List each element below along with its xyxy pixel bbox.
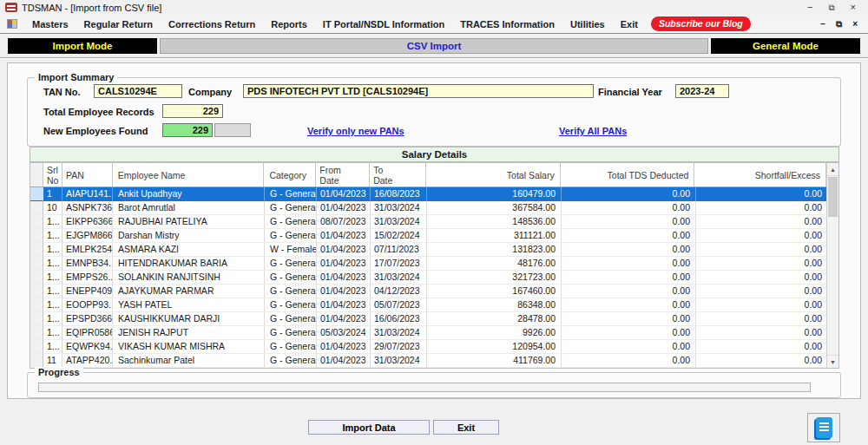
cell-category: W - Female <box>265 243 317 257</box>
row-selector[interactable] <box>30 271 43 285</box>
table-row[interactable]: 1... EMLPK254... ASMARA KAZI W - Female … <box>30 243 838 257</box>
tab-csv-import[interactable]: CSV Import <box>160 38 708 54</box>
table-row[interactable]: 1... ENEPP409... AJAYKUMAR PARMAR G - Ge… <box>30 285 838 298</box>
menu-it-portal-nsdl[interactable]: IT Portal/NSDL Information <box>315 16 452 32</box>
cell-srl: 1... <box>43 298 62 312</box>
company-input[interactable]: PDS INFOTECH PVT LTD [CALS10294E] <box>243 84 594 98</box>
child-window-controls: − ⧉ × <box>820 20 863 29</box>
cell-to-date: 31/03/2024 <box>371 271 427 285</box>
table-row[interactable]: 1... EQIPR0586L JENISH RAJPUT G - Genera… <box>30 326 838 340</box>
cell-total-salary: 321723.00 <box>427 271 562 285</box>
cell-to-date: 29/07/2023 <box>371 340 427 354</box>
verify-all-pans-link[interactable]: Verify All PANs <box>559 126 627 136</box>
header-to-date[interactable]: To Date <box>370 163 426 187</box>
tan-input[interactable]: CALS10294E <box>94 84 182 98</box>
cell-total-tds: 0.00 <box>562 187 696 201</box>
header-from-date[interactable]: From Date <box>316 163 370 187</box>
child-restore-icon[interactable]: ⧉ <box>836 20 842 29</box>
help-notes-button[interactable] <box>807 413 840 442</box>
cell-from-date: 01/04/2023 <box>317 243 371 257</box>
table-row[interactable]: 1... EOOPP93... YASH PATEL G - General 0… <box>30 298 838 312</box>
header-srl-no[interactable]: Srl No <box>43 163 62 187</box>
menu-utilities[interactable]: Utilities <box>562 16 613 32</box>
cell-shortfall: 0.00 <box>696 285 828 298</box>
table-row[interactable]: 10 ASNPK736... Barot Amrutlal G - Genera… <box>30 201 838 215</box>
table-row[interactable]: 1... EMPPS26... SOLANKIN RANJITSINH G - … <box>30 271 838 285</box>
tab-import-mode[interactable]: Import Mode <box>8 38 157 54</box>
row-selector[interactable] <box>30 257 43 271</box>
row-selector[interactable] <box>30 229 43 243</box>
cell-from-date: 01/04/2023 <box>317 298 371 312</box>
cell-total-salary: 148536.00 <box>427 215 562 229</box>
header-total-salary[interactable]: Total Salary <box>426 163 561 187</box>
child-minimize-icon[interactable]: − <box>820 20 825 29</box>
scroll-down-icon[interactable]: ▼ <box>827 355 838 368</box>
row-selector[interactable] <box>30 312 43 326</box>
cell-total-tds: 0.00 <box>562 215 696 229</box>
progress-title: Progress <box>35 367 83 377</box>
cell-from-date: 01/04/2023 <box>317 271 371 285</box>
cell-pan: EQWPK94... <box>62 340 113 354</box>
menu-traces[interactable]: TRACES Information <box>452 16 562 32</box>
header-shortfall[interactable]: Shortfall/Excess <box>694 163 826 187</box>
cell-shortfall: 0.00 <box>696 354 828 368</box>
cell-srl: 1 <box>43 187 62 201</box>
table-row[interactable]: 1 AIAPU141... Ankit Upadhyay G - General… <box>30 187 838 201</box>
menu-corrections-return[interactable]: Corrections Return <box>161 16 263 32</box>
row-selector[interactable] <box>30 201 43 215</box>
row-selector[interactable] <box>30 187 43 201</box>
cell-from-date: 01/04/2023 <box>317 285 371 298</box>
scrollbar-thumb[interactable] <box>828 177 838 217</box>
verify-new-pans-link[interactable]: Verify only new PANs <box>307 126 404 136</box>
new-employees-extra-box <box>214 123 251 137</box>
table-row[interactable]: 1... EIKPP6366J RAJUBHAI PATELIYA G - Ge… <box>30 215 838 229</box>
row-selector[interactable] <box>30 243 43 257</box>
tab-general-mode[interactable]: General Mode <box>711 38 860 54</box>
header-total-tds[interactable]: Total TDS Deducted <box>561 163 695 187</box>
menu-exit[interactable]: Exit <box>613 16 646 32</box>
restore-icon[interactable]: ⧉ <box>828 3 834 12</box>
table-row[interactable]: 11 ATAPP420... Sachinkumar Patel G - Gen… <box>30 354 838 368</box>
header-category[interactable]: Category <box>264 163 316 187</box>
menu-masters[interactable]: Masters <box>24 16 76 32</box>
table-row[interactable]: 1... EPSPD366... KAUSHIKKUMAR DARJI G - … <box>30 312 838 326</box>
minimize-icon[interactable]: − <box>807 3 812 12</box>
cell-shortfall: 0.00 <box>696 326 828 340</box>
table-row[interactable]: 1... EJGPM866... Darshan Mistry G - Gene… <box>30 229 838 243</box>
cell-total-salary: 48176.00 <box>427 257 562 271</box>
financial-year-input[interactable]: 2023-24 <box>675 84 729 98</box>
exit-button[interactable]: Exit <box>433 420 499 435</box>
cell-to-date: 31/03/2024 <box>371 354 427 368</box>
cell-total-salary: 9926.00 <box>427 326 562 340</box>
cell-total-salary: 160479.00 <box>427 187 562 201</box>
close-icon[interactable]: × <box>851 3 856 12</box>
row-selector[interactable] <box>30 298 43 312</box>
row-selector[interactable] <box>30 326 43 340</box>
menu-reports[interactable]: Reports <box>263 16 315 32</box>
header-pan[interactable]: PAN <box>62 163 113 187</box>
row-selector[interactable] <box>30 285 43 298</box>
cell-category: G - General <box>265 187 317 201</box>
menu-regular-return[interactable]: Regular Return <box>76 16 161 32</box>
vertical-scrollbar[interactable]: ▲ ▼ <box>826 163 838 368</box>
cell-category: G - General <box>265 354 317 368</box>
scroll-up-icon[interactable]: ▲ <box>827 163 838 176</box>
cell-to-date: 15/02/2024 <box>371 229 427 243</box>
cell-employee-name: Darshan Mistry <box>113 229 265 243</box>
salary-table-body: 1 AIAPU141... Ankit Upadhyay G - General… <box>30 187 838 368</box>
cell-shortfall: 0.00 <box>696 201 828 215</box>
table-row[interactable]: 1... EMNPB34... HITENDRAKUMAR BARIA G - … <box>30 257 838 271</box>
header-gutter <box>30 163 43 187</box>
subscribe-blog-button[interactable]: Subscribe our Blog <box>651 16 751 31</box>
header-employee-name[interactable]: Employee Name <box>113 163 265 187</box>
row-selector[interactable] <box>30 354 43 368</box>
cell-employee-name: Sachinkumar Patel <box>113 354 265 368</box>
child-close-icon[interactable]: × <box>852 20 858 29</box>
row-selector[interactable] <box>30 340 43 354</box>
cell-to-date: 16/06/2023 <box>371 312 427 326</box>
table-row[interactable]: 1... EQWPK94... VIKASH KUMAR MISHRA G - … <box>30 340 838 354</box>
cell-pan: EMLPK254... <box>62 243 113 257</box>
import-data-button[interactable]: Import Data <box>308 420 430 435</box>
row-selector[interactable] <box>30 215 43 229</box>
cell-pan: ENEPP409... <box>62 285 113 298</box>
